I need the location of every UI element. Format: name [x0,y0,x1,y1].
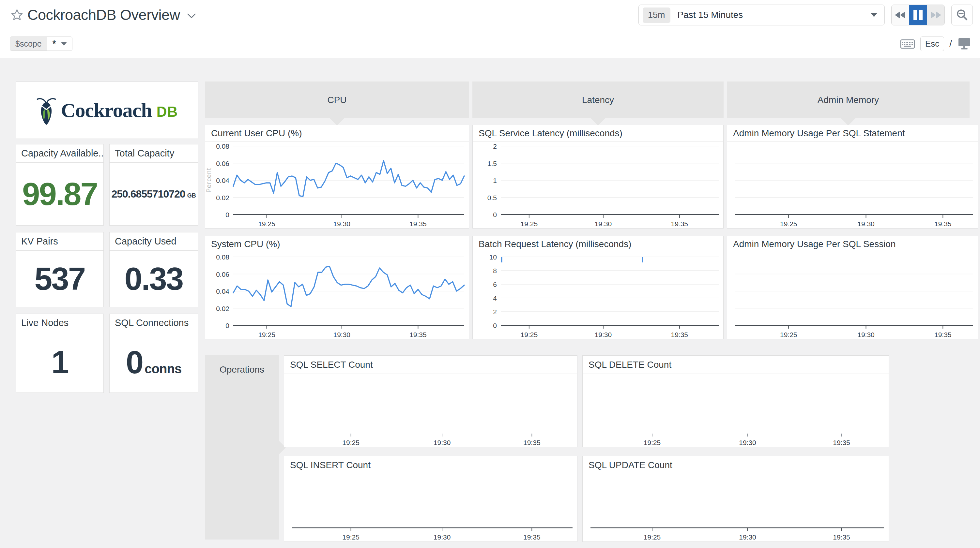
slash-key-hint: / [949,38,952,49]
svg-text:4: 4 [493,294,497,302]
svg-text:1: 1 [493,177,497,184]
svg-text:19:35: 19:35 [833,439,850,446]
top-bar: CockroachDB Overview 15m Past 15 Minutes [0,0,980,58]
caret-down-icon [61,42,67,46]
star-icon [10,8,24,22]
banner-notch [841,118,855,125]
page-title: CockroachDB Overview [27,6,180,24]
svg-text:8: 8 [493,267,497,275]
timeseries-plot[interactable]: 00.020.040.060.0819:2519:3019:35 [205,252,469,339]
stat-capacity-available: Capacity Available... 99.87 [16,144,104,226]
chart-sql-insert-count: SQL INSERT Count 19:2519:3019:35 [284,456,578,542]
group-label: CPU [327,95,347,105]
favorite-button[interactable] [10,8,24,22]
svg-text:0.04: 0.04 [216,288,229,295]
svg-text:6: 6 [493,281,497,288]
svg-text:19:25: 19:25 [342,533,360,541]
fast-forward-icon [929,10,942,20]
chart-title: SQL INSERT Count [284,456,577,474]
stat-total-capacity: Total Capacity 250.6855710720GB [109,144,198,226]
svg-text:0.04: 0.04 [216,177,229,184]
monitor-icon[interactable] [957,38,972,50]
svg-text:19:35: 19:35 [409,220,427,227]
chart-title: Batch Request Latency (milliseconds) [473,236,723,252]
title-menu-button[interactable] [186,12,197,21]
timeseries-plot[interactable]: 19:2519:3019:35 [583,374,889,447]
svg-text:19:25: 19:25 [644,533,661,541]
timeseries-plot[interactable]: 024681019:2519:3019:35 [473,252,723,339]
group-label: Operations [220,364,264,375]
stat-value: 0 [126,344,143,381]
svg-text:19:35: 19:35 [671,331,688,338]
stat-label: Capacity Available... [16,145,103,163]
group-banner-operations[interactable]: Operations [205,355,279,540]
timeseries-plot[interactable]: 00.020.040.060.0819:2519:3019:35Percent [205,141,469,228]
stat-label: Live Nodes [16,314,103,332]
svg-text:0: 0 [226,211,229,218]
svg-text:0: 0 [226,322,229,329]
forward-button[interactable] [927,5,945,25]
chevron-down-icon [186,12,197,20]
stat-value: 1 [51,344,68,381]
chart-sql-update-count: SQL UPDATE Count 19:2519:3019:35 [582,456,889,542]
svg-text:19:35: 19:35 [523,439,541,446]
stat-unit: GB [187,192,196,199]
title-row: CockroachDB Overview 15m Past 15 Minutes [0,0,980,30]
chart-sql-select-count: SQL SELECT Count 19:2519:3019:35 [284,355,578,447]
stat-kv-pairs: KV Pairs 537 [16,232,104,307]
template-variable-scope[interactable]: $scope * [10,37,72,51]
chart-title: Current User CPU (%) [205,125,469,141]
group-banner-latency[interactable]: Latency [473,81,724,118]
stat-label: Total Capacity [110,145,198,163]
svg-text:19:35: 19:35 [833,533,850,541]
stat-label: KV Pairs [16,232,103,251]
svg-text:1.5: 1.5 [487,160,497,167]
svg-text:19:25: 19:25 [780,331,797,338]
svg-text:19:30: 19:30 [595,331,612,338]
pause-button[interactable] [909,5,927,25]
time-range-picker[interactable]: 15m Past 15 Minutes [638,5,885,25]
svg-text:19:30: 19:30 [739,439,756,446]
stat-label: Capacity Used [110,232,198,251]
svg-text:0.02: 0.02 [216,305,229,312]
svg-text:19:30: 19:30 [739,533,756,541]
stat-sql-connections: SQL Connections 0conns [109,314,198,393]
shortcut-hints: Esc / [900,37,972,51]
svg-text:0.06: 0.06 [216,160,229,167]
chart-admin-memory-per-session: Admin Memory Usage Per SQL Session 19:25… [727,236,978,339]
timeseries-plot[interactable]: 19:2519:3019:35 [284,374,577,447]
scope-value: * [52,39,56,49]
svg-text:19:30: 19:30 [858,220,875,227]
timeseries-plot[interactable]: 19:2519:3019:35 [727,252,978,339]
timeseries-plot[interactable]: 19:2519:3019:35 [284,474,577,542]
stat-value: 250.6855710720 [111,188,185,200]
timeseries-plot[interactable]: 19:2519:3019:35 [583,474,889,542]
group-banner-cpu[interactable]: CPU [205,81,469,118]
group-label: Latency [582,95,614,105]
chart-title: Admin Memory Usage Per SQL Session [727,236,978,252]
stat-value: 99.87 [22,176,97,213]
chart-batch-request-latency: Batch Request Latency (milliseconds) 024… [473,236,724,339]
keyboard-icon[interactable] [900,38,915,49]
caret-down-icon [871,13,877,17]
svg-text:19:25: 19:25 [780,220,797,227]
stat-capacity-used: Capacity Used 0.33 [109,232,198,307]
playback-controls [891,5,945,25]
dashboard-page: CockroachDB Overview 15m Past 15 Minutes [0,0,980,548]
rewind-button[interactable] [892,5,909,25]
chart-title: SQL DELETE Count [583,356,889,374]
group-banner-admin-memory[interactable]: Admin Memory [727,81,970,118]
svg-text:19:30: 19:30 [333,331,350,338]
cockroach-bug-icon [36,95,56,125]
timeseries-plot[interactable]: 19:2519:3019:35 [727,141,978,228]
svg-text:Percent: Percent [205,168,212,193]
chart-title: System CPU (%) [205,236,469,252]
timeseries-plot[interactable]: 00.511.5219:2519:3019:35 [473,141,723,228]
zoom-out-button[interactable] [951,5,973,25]
svg-text:0: 0 [493,211,497,218]
time-range-chip: 15m [643,8,670,23]
svg-text:0.08: 0.08 [216,253,229,261]
chart-sql-delete-count: SQL DELETE Count 19:2519:3019:35 [582,355,889,447]
svg-text:19:35: 19:35 [523,533,541,541]
svg-text:10: 10 [489,253,497,261]
